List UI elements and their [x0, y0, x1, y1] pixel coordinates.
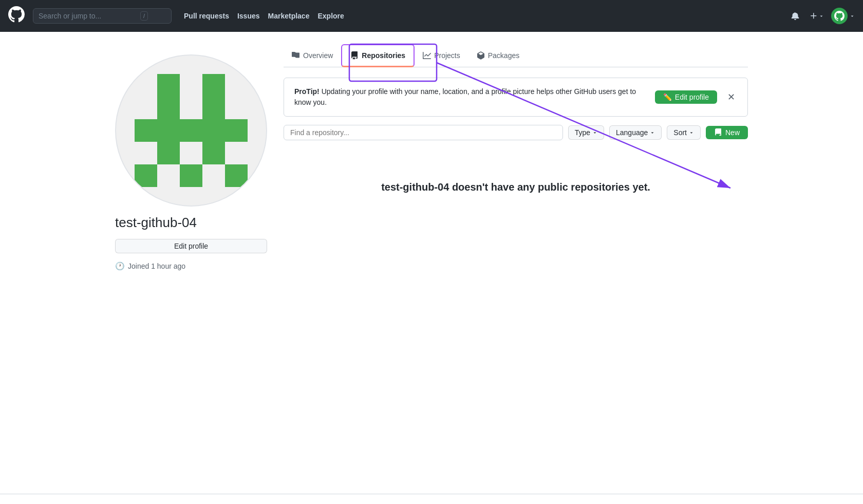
navbar-marketplace[interactable]: Marketplace [268, 12, 310, 20]
packages-icon [477, 51, 485, 60]
sort-chevron-icon [689, 130, 694, 135]
sort-dropdown-button[interactable]: Sort [667, 125, 701, 140]
notifications-button[interactable] [788, 10, 802, 22]
tab-repositories-label: Repositories [362, 51, 405, 60]
edit-profile-sidebar-button[interactable]: Edit profile [115, 239, 267, 253]
svg-rect-9 [135, 164, 157, 187]
profile-avatar: 😊 [115, 54, 267, 207]
navbar-issues[interactable]: Issues [237, 12, 260, 20]
tab-packages-label: Packages [488, 51, 519, 60]
tab-overview-label: Overview [303, 51, 333, 60]
book-icon [714, 128, 722, 137]
svg-rect-10 [180, 164, 202, 187]
search-shortcut: / [140, 11, 148, 21]
join-text: Joined 1 hour ago [128, 262, 185, 270]
svg-rect-7 [157, 142, 180, 164]
repo-search-input[interactable] [284, 125, 563, 140]
protip-banner: ProTip! Updating your profile with your … [284, 78, 748, 117]
avatar [831, 8, 848, 24]
type-label: Type [575, 128, 590, 137]
footer: © 2021 GitHub, Inc. Terms Privacy Securi… [0, 494, 863, 504]
svg-rect-6 [225, 119, 248, 142]
edit-avatar-icon[interactable]: 😊 [246, 186, 260, 199]
protip-edit-profile-button[interactable]: ✏️ Edit profile [655, 90, 717, 104]
empty-state-text: test-github-04 doesn't have any public r… [284, 181, 748, 193]
svg-rect-1 [202, 74, 225, 97]
svg-rect-0 [157, 74, 180, 97]
tab-overview[interactable]: Overview [284, 44, 341, 67]
repo-search-bar: Type Language Sort [284, 125, 748, 140]
language-dropdown-button[interactable]: Language [609, 125, 662, 140]
empty-state: test-github-04 doesn't have any public r… [284, 151, 748, 224]
new-repo-label: New [725, 128, 740, 137]
tab-repositories[interactable]: Repositories [341, 44, 415, 67]
content-area: Overview Repositories Projects [284, 44, 748, 463]
svg-rect-3 [202, 97, 225, 119]
search-bar[interactable]: / [33, 8, 172, 24]
svg-rect-8 [202, 142, 225, 164]
language-label: Language [616, 128, 648, 137]
navbar-explore[interactable]: Explore [317, 12, 344, 20]
tab-projects[interactable]: Projects [415, 44, 468, 67]
user-avatar-button[interactable] [831, 8, 855, 24]
search-input[interactable] [39, 12, 136, 20]
new-item-button[interactable] [806, 10, 827, 22]
overview-icon [292, 51, 300, 60]
navbar-right [788, 8, 855, 24]
type-dropdown-button[interactable]: Type [568, 125, 604, 140]
profile-username: test-github-04 [115, 215, 267, 231]
protip-message: Updating your profile with your name, lo… [294, 87, 636, 106]
language-chevron-icon [650, 130, 655, 135]
github-logo[interactable] [8, 6, 25, 26]
sort-label: Sort [673, 128, 687, 137]
svg-rect-11 [225, 164, 248, 187]
projects-icon [423, 51, 431, 60]
navbar-pull-requests[interactable]: Pull requests [184, 12, 229, 20]
protip-edit-label: Edit profile [675, 93, 709, 101]
tab-packages[interactable]: Packages [468, 44, 528, 67]
type-chevron-icon [592, 130, 597, 135]
tabs: Overview Repositories Projects [284, 44, 748, 67]
tab-projects-label: Projects [434, 51, 460, 60]
join-info: 🕐 Joined 1 hour ago [115, 262, 267, 271]
new-repo-button[interactable]: New [706, 126, 748, 139]
pencil-icon: ✏️ [663, 93, 672, 101]
protip-label: ProTip! [294, 87, 320, 96]
identicon [135, 74, 248, 187]
svg-rect-5 [157, 119, 225, 142]
navbar: / Pull requests Issues Marketplace Explo… [0, 0, 863, 32]
close-banner-button[interactable]: ✕ [725, 91, 737, 103]
navbar-links: Pull requests Issues Marketplace Explore [184, 12, 344, 20]
repositories-icon [350, 51, 359, 60]
clock-icon: 🕐 [115, 262, 125, 271]
main-container: 😊 test-github-04 Edit profile 🕐 Joined 1… [103, 32, 760, 463]
protip-text: ProTip! Updating your profile with your … [294, 86, 647, 108]
sidebar: 😊 test-github-04 Edit profile 🕐 Joined 1… [115, 44, 267, 463]
svg-rect-4 [135, 119, 157, 142]
svg-rect-2 [157, 97, 180, 119]
